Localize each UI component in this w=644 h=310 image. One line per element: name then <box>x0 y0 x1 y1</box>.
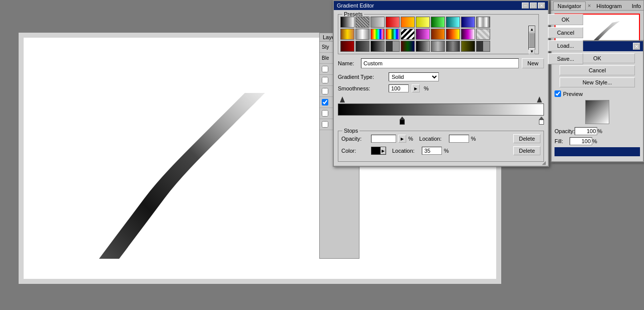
smoothness-input[interactable] <box>389 84 409 92</box>
new-style-button[interactable]: New Style... <box>560 77 635 87</box>
preset-swatch-2[interactable] <box>371 17 385 28</box>
preset-swatch-21[interactable] <box>355 41 370 52</box>
preset-swatch-19[interactable] <box>476 29 490 40</box>
preset-swatch-16[interactable] <box>431 29 445 40</box>
color-swatch[interactable]: ▶ <box>371 147 386 155</box>
color-loc-input[interactable] <box>422 147 442 155</box>
preset-swatch-22[interactable] <box>371 41 385 52</box>
preset-swatch-5[interactable] <box>416 17 430 28</box>
stops-group: Stops Opacity: ▶ % Location: % Delete Co… <box>338 131 544 162</box>
preset-swatch-25[interactable] <box>416 41 430 52</box>
titlebar-buttons: ─ □ ✕ <box>522 3 545 9</box>
color-stop-black[interactable] <box>400 117 405 125</box>
scrollbar-thumb[interactable] <box>529 33 535 48</box>
color-stop-white[interactable] <box>539 117 544 125</box>
opacity-stop-right[interactable] <box>537 96 542 102</box>
grad-save-button[interactable]: Save... <box>548 53 583 64</box>
preset-swatch-15[interactable] <box>416 29 430 40</box>
opacity-stop-input[interactable] <box>371 135 396 143</box>
smoothness-pct: % <box>424 85 429 91</box>
style-items-area <box>551 157 643 161</box>
gradient-type-label: Gradient Type: <box>338 74 386 80</box>
layers-checkbox-6[interactable] <box>322 121 328 128</box>
preset-swatch-13[interactable] <box>386 29 400 40</box>
opacity-label: Opacity: <box>555 128 575 134</box>
preset-swatch-17[interactable] <box>446 29 460 40</box>
stops-legend: Stops <box>342 128 359 134</box>
preset-swatch-27[interactable] <box>446 41 460 52</box>
scrollbar-up-btn[interactable]: ▲ <box>529 26 535 32</box>
smoothness-row: Smoothness: ▶ % <box>338 84 544 92</box>
gradient-body: OK Cancel Load... Save... Presets ▲ ▼ <box>334 10 548 166</box>
layers-checkbox-1[interactable] <box>322 66 328 72</box>
preset-swatch-3[interactable] <box>386 17 400 28</box>
grad-ok-button[interactable]: OK <box>548 14 583 25</box>
preset-swatch-12[interactable] <box>371 29 385 40</box>
layers-checkbox-4[interactable] <box>322 99 328 106</box>
name-row: Name: New <box>338 58 544 68</box>
preset-swatch-6[interactable] <box>431 17 445 28</box>
fill-label: Fill: <box>555 138 563 144</box>
color-loc-pct: % <box>444 148 449 154</box>
preset-swatch-28[interactable] <box>461 41 475 52</box>
preset-swatch-9[interactable] <box>476 17 490 28</box>
gradient-type-select[interactable]: Solid Noise <box>389 72 439 81</box>
fill-row: Fill: % <box>551 136 643 146</box>
delete-color-stop-button[interactable]: Delete <box>513 146 540 155</box>
fill-input[interactable] <box>570 137 592 145</box>
preset-swatch-20[interactable] <box>340 41 354 52</box>
layers-label-sty: Sty <box>322 44 329 50</box>
panel-tabs: Navigator × Histogram Info <box>551 1 643 11</box>
color-stop-row: Color: ▶ Location: % Delete <box>341 146 540 155</box>
opacity-stops-row <box>338 96 544 102</box>
presets-scrollbar[interactable]: ▲ ▼ <box>528 26 535 50</box>
preset-swatch-24[interactable] <box>401 41 415 52</box>
style-dialog-close-btn[interactable]: ✕ <box>633 43 640 50</box>
scrollbar-down-btn[interactable]: ▼ <box>529 48 535 54</box>
preset-swatch-0[interactable] <box>340 17 354 28</box>
layers-checkbox-3[interactable] <box>322 88 328 94</box>
preset-swatch-29[interactable] <box>476 41 490 52</box>
tab-histogram[interactable]: Histogram <box>592 2 626 10</box>
delete-opacity-stop-button[interactable]: Delete <box>513 134 540 143</box>
color-swatch-arrow[interactable]: ▶ <box>381 147 386 154</box>
style-preview-box <box>585 100 609 124</box>
new-gradient-button[interactable]: New <box>522 58 544 68</box>
opacity-input[interactable] <box>575 127 597 135</box>
preset-swatch-11[interactable] <box>355 29 370 40</box>
opacity-stop-arrow[interactable]: ▶ <box>398 135 406 143</box>
preset-swatch-14[interactable] <box>401 29 415 40</box>
grad-load-button[interactable]: Load... <box>548 40 583 51</box>
preset-swatch-1[interactable] <box>355 17 370 28</box>
preview-checkbox[interactable] <box>555 90 561 97</box>
preset-swatch-23[interactable] <box>386 41 400 52</box>
maximize-button[interactable]: □ <box>530 3 537 9</box>
preview-row: Preview <box>551 89 643 98</box>
minimize-button[interactable]: ─ <box>522 3 529 9</box>
opacity-stop-left[interactable] <box>340 96 345 102</box>
preset-swatch-26[interactable] <box>431 41 445 52</box>
preset-swatch-18[interactable] <box>461 29 475 40</box>
name-input[interactable] <box>361 58 519 68</box>
opacity-loc-pct: % <box>471 136 476 142</box>
resize-handle[interactable]: ◢ <box>542 160 548 166</box>
tab-navigator[interactable]: Navigator <box>553 2 586 10</box>
opacity-loc-input[interactable] <box>449 135 469 143</box>
gradient-bar-container <box>338 96 544 127</box>
gradient-bar[interactable] <box>338 104 544 116</box>
layers-checkbox-5[interactable] <box>322 110 328 117</box>
cancel-button[interactable]: Cancel <box>560 65 635 75</box>
grad-cancel-button[interactable]: Cancel <box>548 27 583 38</box>
preset-swatch-8[interactable] <box>461 17 475 28</box>
layers-checkbox-2[interactable] <box>322 77 328 83</box>
preset-swatch-4[interactable] <box>401 17 415 28</box>
preset-swatch-7[interactable] <box>446 17 460 28</box>
preset-swatch-10[interactable] <box>340 29 354 40</box>
smoothness-arrow-btn[interactable]: ▶ <box>412 84 420 92</box>
color-loc-label: Location: <box>392 148 420 154</box>
gradient-editor-titlebar: Gradient Editor ─ □ ✕ <box>334 1 548 10</box>
brush-stroke-svg <box>79 88 295 259</box>
tab-info[interactable]: Info <box>627 2 644 10</box>
color-stop-label: Color: <box>341 148 369 154</box>
close-button[interactable]: ✕ <box>538 3 545 9</box>
